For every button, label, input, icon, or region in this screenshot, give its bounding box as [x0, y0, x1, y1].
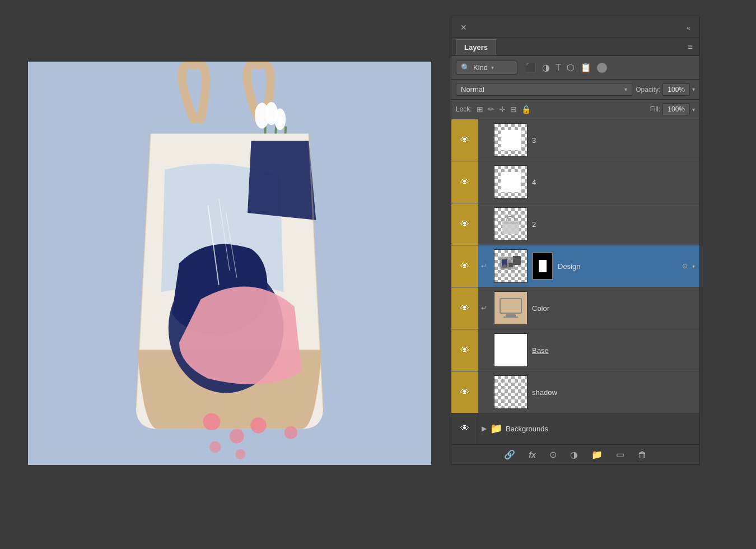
- color-thumb-icon: [497, 294, 525, 322]
- kind-dropdown[interactable]: 🔍 Kind ▾: [456, 61, 517, 75]
- fill-group: Fill: 100% ▾: [650, 103, 695, 115]
- bag-thumb-icon: [500, 213, 522, 235]
- layer-row-design[interactable]: 👁 ↵ Design ⊙ ▾: [451, 245, 699, 287]
- svg-rect-22: [506, 314, 516, 317]
- svg-point-10: [284, 426, 297, 439]
- layer-name-backgrounds: Backgrounds: [506, 425, 699, 433]
- smart-object-icon-design[interactable]: ⊙: [682, 262, 688, 270]
- layer-visibility-2[interactable]: 👁: [451, 203, 478, 245]
- layer-thumbnail-3: [494, 123, 528, 157]
- eye-icon-base: 👁: [460, 345, 469, 355]
- fill-value[interactable]: 100%: [662, 103, 690, 115]
- layer-row-base[interactable]: 👁 Base: [451, 329, 699, 371]
- layer-visibility-color[interactable]: 👁: [451, 287, 478, 329]
- layer-mask-design: [532, 252, 553, 280]
- layer-thumbnail-base: [494, 333, 528, 367]
- search-icon: 🔍: [461, 63, 470, 72]
- layer-name-3: 3: [532, 136, 699, 145]
- fx-button[interactable]: fx: [526, 449, 538, 460]
- add-mask-button[interactable]: ⊙: [547, 448, 559, 461]
- layer-link-arrow-design: ↵: [478, 262, 489, 270]
- eye-icon-backgrounds: 👁: [460, 424, 469, 434]
- fill-dropdown-arrow[interactable]: ▾: [692, 106, 695, 113]
- filter-icons: ⬛ ◑ T ⬡ 📋: [524, 61, 592, 74]
- layer-name-base: Base: [532, 346, 699, 355]
- layer-name-shadow: shadow: [532, 388, 699, 397]
- design-dropdown-arrow[interactable]: ▾: [692, 263, 695, 269]
- delete-layer-button[interactable]: 🗑: [636, 449, 649, 461]
- eye-icon-3: 👁: [460, 135, 469, 145]
- opacity-value[interactable]: 100%: [662, 83, 690, 96]
- layer-name-4: 4: [532, 178, 699, 187]
- layer-thumbnail-shadow: [494, 375, 528, 409]
- canvas-area: [28, 62, 431, 465]
- opacity-dropdown-arrow[interactable]: ▾: [692, 86, 695, 92]
- base-white-bg: [494, 334, 527, 366]
- new-layer-button[interactable]: ▭: [614, 448, 627, 461]
- layer-extra-design: ⊙ ▾: [682, 262, 695, 270]
- lock-pixels-icon[interactable]: ⊞: [477, 105, 483, 114]
- layer-name-2: 2: [532, 220, 699, 229]
- lock-position-icon[interactable]: ✛: [499, 105, 506, 114]
- eye-icon-2: 👁: [460, 219, 469, 229]
- layer-row[interactable]: 👁 2: [451, 203, 699, 245]
- panel-toolbar: 🔗 fx ⊙ ◑ 📁 ▭ 🗑: [451, 444, 699, 464]
- layer-visibility-shadow[interactable]: 👁: [451, 371, 478, 413]
- kind-dropdown-arrow: ▾: [491, 64, 494, 71]
- new-group-button[interactable]: 📁: [589, 448, 605, 461]
- svg-point-12: [235, 449, 245, 459]
- filter-toggle-icon[interactable]: [597, 63, 607, 73]
- opacity-group: Opacity: 100% ▾: [636, 83, 695, 96]
- svg-point-11: [209, 441, 221, 453]
- lock-label: Lock:: [456, 105, 472, 113]
- layer-row-backgrounds[interactable]: 👁 ▶ 📁 Backgrounds: [451, 413, 699, 444]
- svg-point-5: [274, 109, 286, 131]
- svg-rect-16: [503, 222, 518, 224]
- layers-list: 👁 3 👁 4 👁: [451, 119, 699, 444]
- layer-visibility-3[interactable]: 👁: [451, 119, 478, 161]
- smart-filter-icon[interactable]: 📋: [579, 61, 592, 74]
- svg-rect-23: [503, 317, 518, 318]
- layer-visibility-base[interactable]: 👁: [451, 329, 478, 371]
- type-filter-icon[interactable]: T: [554, 62, 562, 74]
- layer-visibility-backgrounds[interactable]: 👁: [451, 413, 478, 444]
- lock-all-icon[interactable]: 🔒: [521, 105, 531, 114]
- link-layers-button[interactable]: 🔗: [502, 448, 517, 461]
- layer-visibility-design[interactable]: 👁: [451, 245, 478, 287]
- eye-icon-4: 👁: [460, 177, 469, 187]
- lock-artboard-icon[interactable]: ⊟: [510, 105, 517, 114]
- shape-filter-icon[interactable]: ⬡: [566, 61, 576, 74]
- layer-thumbnail-4: [494, 165, 528, 199]
- kind-label: Kind: [473, 63, 488, 72]
- layer-row[interactable]: 👁 4: [451, 161, 699, 203]
- adjustment-filter-icon[interactable]: ◑: [541, 61, 551, 74]
- adjustment-button[interactable]: ◑: [568, 448, 580, 461]
- layer-thumbnail-2: [494, 207, 528, 241]
- lock-row: Lock: ⊞ ✏ ✛ ⊟ 🔒 Fill: 100% ▾: [451, 100, 699, 119]
- svg-point-8: [230, 429, 244, 444]
- checker-pattern-shadow: [494, 376, 527, 408]
- image-filter-icon[interactable]: ⬛: [524, 61, 538, 74]
- layer-row[interactable]: 👁 3: [451, 119, 699, 161]
- eye-icon-color: 👁: [460, 303, 469, 313]
- collapse-button[interactable]: «: [682, 20, 695, 35]
- close-button[interactable]: ✕: [456, 20, 472, 35]
- layer-name-color: Color: [532, 304, 699, 313]
- layer-link-arrow-color: ↵: [478, 304, 489, 312]
- svg-point-7: [203, 413, 220, 430]
- fill-label: Fill:: [650, 105, 661, 113]
- svg-point-9: [250, 417, 266, 433]
- panel-menu-button[interactable]: ≡: [685, 40, 695, 54]
- layer-row-shadow[interactable]: 👁 shadow: [451, 371, 699, 413]
- layer-name-design: Design: [558, 262, 682, 271]
- svg-rect-20: [513, 256, 521, 265]
- group-collapse-arrow[interactable]: ▶: [482, 425, 487, 432]
- lock-image-icon[interactable]: ✏: [488, 105, 494, 114]
- blend-dropdown-arrow: ▾: [624, 86, 627, 92]
- blend-mode-dropdown[interactable]: Normal ▾: [456, 83, 632, 96]
- layer-visibility-4[interactable]: 👁: [451, 161, 478, 203]
- lock-icons: ⊞ ✏ ✛ ⊟ 🔒: [477, 105, 531, 114]
- layers-tab[interactable]: Layers: [456, 39, 496, 55]
- layer-row-color[interactable]: 👁 ↵ Color: [451, 287, 699, 329]
- eye-icon-shadow: 👁: [460, 387, 469, 397]
